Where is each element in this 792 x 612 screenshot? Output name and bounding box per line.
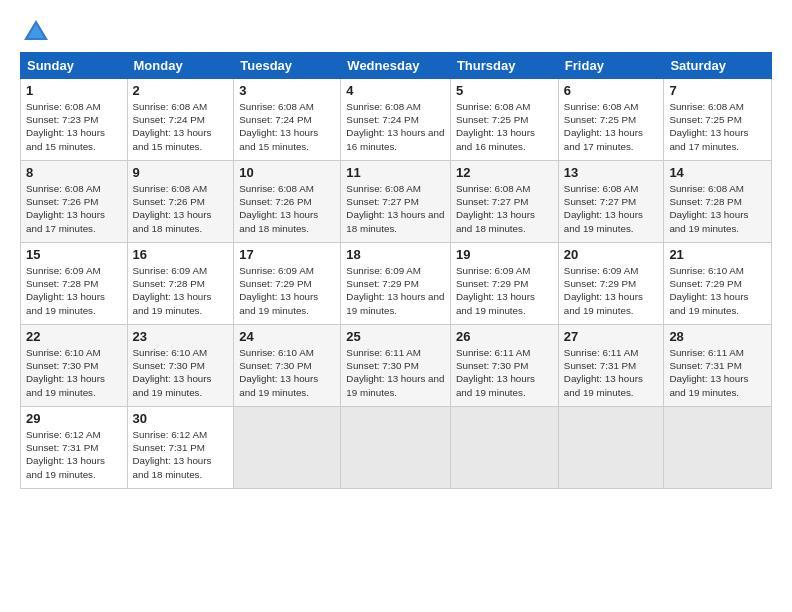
day-number: 20 (564, 247, 659, 262)
day-number: 6 (564, 83, 659, 98)
day-info: Sunrise: 6:09 AMSunset: 7:29 PMDaylight:… (456, 264, 553, 317)
calendar-cell: 15Sunrise: 6:09 AMSunset: 7:28 PMDayligh… (21, 243, 128, 325)
day-number: 28 (669, 329, 766, 344)
header (20, 18, 772, 42)
col-saturday: Saturday (664, 53, 772, 79)
calendar-cell: 23Sunrise: 6:10 AMSunset: 7:30 PMDayligh… (127, 325, 234, 407)
day-info: Sunrise: 6:08 AMSunset: 7:25 PMDaylight:… (564, 100, 659, 153)
calendar-cell: 11Sunrise: 6:08 AMSunset: 7:27 PMDayligh… (341, 161, 451, 243)
day-info: Sunrise: 6:08 AMSunset: 7:24 PMDaylight:… (239, 100, 335, 153)
day-info: Sunrise: 6:10 AMSunset: 7:30 PMDaylight:… (26, 346, 122, 399)
day-number: 1 (26, 83, 122, 98)
day-number: 7 (669, 83, 766, 98)
day-info: Sunrise: 6:08 AMSunset: 7:26 PMDaylight:… (133, 182, 229, 235)
calendar-cell: 26Sunrise: 6:11 AMSunset: 7:30 PMDayligh… (450, 325, 558, 407)
calendar-cell: 18Sunrise: 6:09 AMSunset: 7:29 PMDayligh… (341, 243, 451, 325)
calendar-cell: 3Sunrise: 6:08 AMSunset: 7:24 PMDaylight… (234, 79, 341, 161)
day-info: Sunrise: 6:08 AMSunset: 7:23 PMDaylight:… (26, 100, 122, 153)
calendar-cell: 30Sunrise: 6:12 AMSunset: 7:31 PMDayligh… (127, 407, 234, 489)
calendar-cell: 25Sunrise: 6:11 AMSunset: 7:30 PMDayligh… (341, 325, 451, 407)
calendar-table: Sunday Monday Tuesday Wednesday Thursday… (20, 52, 772, 489)
calendar-cell: 19Sunrise: 6:09 AMSunset: 7:29 PMDayligh… (450, 243, 558, 325)
day-number: 27 (564, 329, 659, 344)
calendar-cell: 17Sunrise: 6:09 AMSunset: 7:29 PMDayligh… (234, 243, 341, 325)
col-friday: Friday (558, 53, 664, 79)
day-number: 23 (133, 329, 229, 344)
day-info: Sunrise: 6:12 AMSunset: 7:31 PMDaylight:… (133, 428, 229, 481)
calendar-cell: 22Sunrise: 6:10 AMSunset: 7:30 PMDayligh… (21, 325, 128, 407)
day-number: 14 (669, 165, 766, 180)
day-number: 24 (239, 329, 335, 344)
calendar-cell (664, 407, 772, 489)
day-info: Sunrise: 6:09 AMSunset: 7:29 PMDaylight:… (239, 264, 335, 317)
calendar-cell (341, 407, 451, 489)
calendar-cell: 6Sunrise: 6:08 AMSunset: 7:25 PMDaylight… (558, 79, 664, 161)
day-number: 18 (346, 247, 445, 262)
day-info: Sunrise: 6:09 AMSunset: 7:29 PMDaylight:… (346, 264, 445, 317)
page: Sunday Monday Tuesday Wednesday Thursday… (0, 0, 792, 612)
day-number: 30 (133, 411, 229, 426)
day-number: 26 (456, 329, 553, 344)
calendar-week-row: 15Sunrise: 6:09 AMSunset: 7:28 PMDayligh… (21, 243, 772, 325)
day-info: Sunrise: 6:11 AMSunset: 7:31 PMDaylight:… (564, 346, 659, 399)
day-number: 4 (346, 83, 445, 98)
day-number: 8 (26, 165, 122, 180)
calendar-cell: 8Sunrise: 6:08 AMSunset: 7:26 PMDaylight… (21, 161, 128, 243)
day-number: 29 (26, 411, 122, 426)
calendar-cell: 16Sunrise: 6:09 AMSunset: 7:28 PMDayligh… (127, 243, 234, 325)
day-info: Sunrise: 6:11 AMSunset: 7:30 PMDaylight:… (456, 346, 553, 399)
calendar-cell (450, 407, 558, 489)
day-info: Sunrise: 6:08 AMSunset: 7:27 PMDaylight:… (564, 182, 659, 235)
day-info: Sunrise: 6:09 AMSunset: 7:28 PMDaylight:… (26, 264, 122, 317)
day-info: Sunrise: 6:08 AMSunset: 7:28 PMDaylight:… (669, 182, 766, 235)
col-monday: Monday (127, 53, 234, 79)
day-number: 13 (564, 165, 659, 180)
day-number: 11 (346, 165, 445, 180)
day-info: Sunrise: 6:12 AMSunset: 7:31 PMDaylight:… (26, 428, 122, 481)
day-info: Sunrise: 6:10 AMSunset: 7:30 PMDaylight:… (239, 346, 335, 399)
calendar-cell: 27Sunrise: 6:11 AMSunset: 7:31 PMDayligh… (558, 325, 664, 407)
day-info: Sunrise: 6:10 AMSunset: 7:30 PMDaylight:… (133, 346, 229, 399)
day-info: Sunrise: 6:11 AMSunset: 7:30 PMDaylight:… (346, 346, 445, 399)
calendar-cell: 24Sunrise: 6:10 AMSunset: 7:30 PMDayligh… (234, 325, 341, 407)
calendar-cell: 13Sunrise: 6:08 AMSunset: 7:27 PMDayligh… (558, 161, 664, 243)
day-number: 25 (346, 329, 445, 344)
day-number: 22 (26, 329, 122, 344)
calendar-cell: 29Sunrise: 6:12 AMSunset: 7:31 PMDayligh… (21, 407, 128, 489)
col-tuesday: Tuesday (234, 53, 341, 79)
calendar-cell: 5Sunrise: 6:08 AMSunset: 7:25 PMDaylight… (450, 79, 558, 161)
day-number: 5 (456, 83, 553, 98)
calendar-header-row: Sunday Monday Tuesday Wednesday Thursday… (21, 53, 772, 79)
calendar-cell: 14Sunrise: 6:08 AMSunset: 7:28 PMDayligh… (664, 161, 772, 243)
day-number: 15 (26, 247, 122, 262)
day-number: 10 (239, 165, 335, 180)
day-info: Sunrise: 6:08 AMSunset: 7:25 PMDaylight:… (669, 100, 766, 153)
calendar-week-row: 8Sunrise: 6:08 AMSunset: 7:26 PMDaylight… (21, 161, 772, 243)
day-info: Sunrise: 6:08 AMSunset: 7:24 PMDaylight:… (346, 100, 445, 153)
day-number: 16 (133, 247, 229, 262)
calendar-cell: 28Sunrise: 6:11 AMSunset: 7:31 PMDayligh… (664, 325, 772, 407)
calendar-cell: 1Sunrise: 6:08 AMSunset: 7:23 PMDaylight… (21, 79, 128, 161)
day-info: Sunrise: 6:11 AMSunset: 7:31 PMDaylight:… (669, 346, 766, 399)
day-number: 12 (456, 165, 553, 180)
calendar-week-row: 29Sunrise: 6:12 AMSunset: 7:31 PMDayligh… (21, 407, 772, 489)
logo (20, 18, 50, 42)
day-info: Sunrise: 6:10 AMSunset: 7:29 PMDaylight:… (669, 264, 766, 317)
calendar-cell: 4Sunrise: 6:08 AMSunset: 7:24 PMDaylight… (341, 79, 451, 161)
day-number: 3 (239, 83, 335, 98)
day-number: 19 (456, 247, 553, 262)
calendar-cell: 20Sunrise: 6:09 AMSunset: 7:29 PMDayligh… (558, 243, 664, 325)
day-info: Sunrise: 6:09 AMSunset: 7:29 PMDaylight:… (564, 264, 659, 317)
calendar-cell: 7Sunrise: 6:08 AMSunset: 7:25 PMDaylight… (664, 79, 772, 161)
day-info: Sunrise: 6:08 AMSunset: 7:26 PMDaylight:… (26, 182, 122, 235)
calendar-cell (558, 407, 664, 489)
calendar-cell: 2Sunrise: 6:08 AMSunset: 7:24 PMDaylight… (127, 79, 234, 161)
day-info: Sunrise: 6:08 AMSunset: 7:25 PMDaylight:… (456, 100, 553, 153)
calendar-cell: 10Sunrise: 6:08 AMSunset: 7:26 PMDayligh… (234, 161, 341, 243)
day-number: 2 (133, 83, 229, 98)
calendar-cell: 21Sunrise: 6:10 AMSunset: 7:29 PMDayligh… (664, 243, 772, 325)
day-number: 21 (669, 247, 766, 262)
calendar-week-row: 22Sunrise: 6:10 AMSunset: 7:30 PMDayligh… (21, 325, 772, 407)
calendar-week-row: 1Sunrise: 6:08 AMSunset: 7:23 PMDaylight… (21, 79, 772, 161)
day-number: 17 (239, 247, 335, 262)
